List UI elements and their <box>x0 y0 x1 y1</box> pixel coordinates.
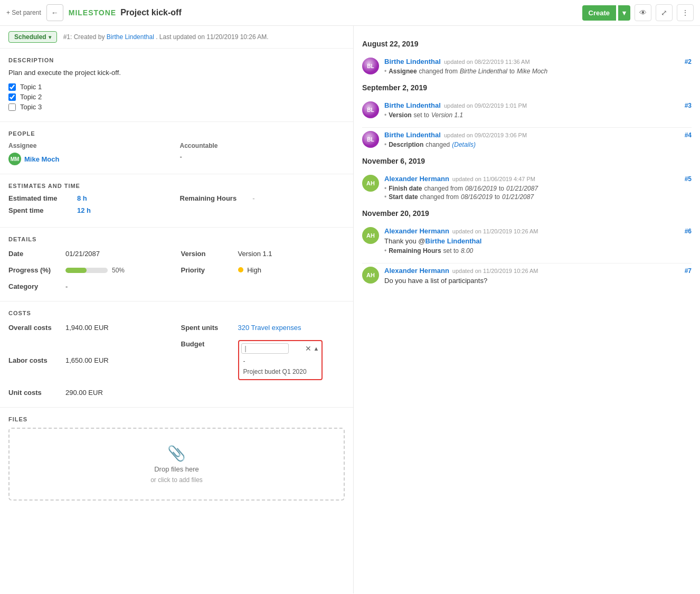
budget-dropdown: ✕ ▲ - Project budet Q1 2020 <box>238 340 323 380</box>
set-parent-button[interactable]: + Set parent <box>6 9 41 16</box>
date-row: Date 01/21/2087 <box>8 248 173 260</box>
accountable-field: Accountable - <box>180 142 345 165</box>
priority-row: Priority High <box>181 264 345 276</box>
spent-units-link[interactable]: 320 Travel expenses <box>238 324 301 332</box>
status-meta: #1: Created by Birthe Lindenthal . Last … <box>63 33 269 41</box>
activity-date-header: November 6, 2019 <box>362 157 692 168</box>
activity-change-item: Description changed (Details) <box>384 141 692 148</box>
more-options-button[interactable]: ⋮ <box>677 4 694 21</box>
create-button[interactable]: Create <box>582 5 616 21</box>
description-section: DESCRIPTION Plan and execute the project… <box>0 49 353 122</box>
activity-ref[interactable]: #2 <box>685 58 692 65</box>
category-row: Category - <box>8 280 173 293</box>
page-name: Project kick-off <box>120 8 182 17</box>
activity-ref[interactable]: #6 <box>685 228 692 235</box>
activity-entry: BLBirthe Lindenthalupdated on 09/02/2019… <box>362 131 692 149</box>
activity-name-link[interactable]: Birthe Lindenthal <box>384 101 441 109</box>
activity-body: Alexander Hermannupdated on 11/20/2019 1… <box>384 267 692 285</box>
activity-name-link[interactable]: Alexander Hermann <box>384 227 449 235</box>
back-button[interactable]: ← <box>46 4 63 21</box>
files-title: FILES <box>8 416 345 422</box>
description-text: Plan and execute the project kick-off. <box>8 69 345 77</box>
activity-date-header: August 22, 2019 <box>362 40 692 51</box>
checklist-checkbox-3[interactable] <box>8 103 16 111</box>
people-title: PEOPLE <box>8 130 345 137</box>
activity-body: Birthe Lindenthalupdated on 08/22/2019 1… <box>384 58 692 76</box>
activity-changes: Finish date changed from 08/16/2019 to 0… <box>384 185 692 201</box>
activity-time: updated on 11/20/2019 10:26 AM <box>452 228 538 234</box>
assignee-avatar: MM <box>8 153 21 165</box>
activity-ref[interactable]: #7 <box>685 267 692 275</box>
activity-ref[interactable]: #3 <box>685 102 692 109</box>
budget-clear-button[interactable]: ✕ <box>305 344 311 353</box>
activity-name-link[interactable]: Birthe Lindenthal <box>384 58 441 65</box>
left-panel: Scheduled ▾ #1: Created by Birthe Linden… <box>0 26 354 593</box>
status-badge[interactable]: Scheduled ▾ <box>8 31 57 43</box>
budget-chevron-button[interactable]: ▲ <box>314 344 319 353</box>
right-panel: August 22, 2019BLBirthe Lindenthalupdate… <box>354 26 700 593</box>
activity-changes: Version set to Version 1.1 <box>384 111 692 119</box>
activity-comment: Thank you @Birthe Lindenthal <box>384 237 692 245</box>
budget-actions: ✕ ▲ <box>305 344 319 353</box>
activity-divider <box>362 127 692 128</box>
costs-section: COSTS Overall costs 1,940.00 EUR Spent u… <box>0 301 353 408</box>
activity-name-link[interactable]: Birthe Lindenthal <box>384 131 441 139</box>
budget-option-none[interactable]: - <box>241 356 319 366</box>
activity-name-link[interactable]: Alexander Hermann <box>384 267 449 275</box>
checklist-item-1: Topic 1 <box>8 83 345 91</box>
activity-change-item: Finish date changed from 08/16/2019 to 0… <box>384 185 692 192</box>
file-drop-zone[interactable]: 📎 Drop files here or click to add files <box>8 428 345 501</box>
description-title: DESCRIPTION <box>8 57 345 63</box>
budget-option-q1[interactable]: Project budet Q1 2020 <box>241 366 319 377</box>
costs-grid: Overall costs 1,940.00 EUR Spent units 3… <box>8 322 345 399</box>
activity-entry: BLBirthe Lindenthalupdated on 08/22/2019… <box>362 58 692 76</box>
unit-costs-row: Unit costs 290.00 EUR <box>8 386 173 399</box>
page-title-container: MILESTONE Project kick-off <box>69 8 577 17</box>
activity-name-link[interactable]: Alexander Hermann <box>384 175 449 183</box>
assignee-field: Assignee MM Mike Moch <box>8 142 174 165</box>
status-bar: Scheduled ▾ #1: Created by Birthe Linden… <box>0 26 353 49</box>
spent-units-row: Spent units 320 Travel expenses <box>181 322 345 334</box>
main-container: Scheduled ▾ #1: Created by Birthe Linden… <box>0 26 700 593</box>
progress-fill <box>65 268 87 273</box>
details-section: DETAILS Date 01/21/2087 Version Version … <box>0 228 353 301</box>
priority-value: High <box>238 266 261 274</box>
priority-dot <box>238 267 243 272</box>
activity-change-item: Remaining Hours set to 8.00 <box>384 247 692 254</box>
avatar: BL <box>362 58 379 74</box>
checklist: Topic 1 Topic 2 Topic 3 <box>8 83 345 111</box>
fullscreen-button[interactable]: ⤢ <box>656 4 673 21</box>
activity-date-header: September 2, 2019 <box>362 83 692 95</box>
details-title: DETAILS <box>8 236 345 242</box>
activity-ref[interactable]: #4 <box>685 131 692 139</box>
progress-bar <box>65 268 108 273</box>
labor-costs-row: Labor costs 1,650.00 EUR <box>8 338 173 382</box>
activity-entry: AHAlexander Hermannupdated on 11/20/2019… <box>362 267 692 285</box>
activity-body: Birthe Lindenthalupdated on 09/02/2019 1… <box>384 101 692 120</box>
activity-body: Alexander Hermannupdated on 11/20/2019 1… <box>384 227 692 256</box>
top-bar: + Set parent ← MILESTONE Project kick-of… <box>0 0 700 26</box>
version-row: Version Version 1.1 <box>181 248 345 260</box>
activity-change-item: Version set to Version 1.1 <box>384 111 692 119</box>
create-dropdown-button[interactable]: ▾ <box>618 5 630 21</box>
checklist-checkbox-1[interactable] <box>8 83 16 91</box>
watch-button[interactable]: 👁 <box>635 4 651 21</box>
accountable-value: - <box>180 153 345 161</box>
progress-bar-wrap: 50% <box>65 267 125 274</box>
activity-entry: AHAlexander Hermannupdated on 11/06/2019… <box>362 175 692 202</box>
activity-changes: Description changed (Details) <box>384 141 692 148</box>
change-link[interactable]: (Details) <box>452 141 476 148</box>
checklist-checkbox-2[interactable] <box>8 93 16 101</box>
people-section: PEOPLE Assignee MM Mike Moch Accountable… <box>0 122 353 174</box>
activity-ref[interactable]: #5 <box>685 175 692 183</box>
activity-body: Birthe Lindenthalupdated on 09/02/2019 3… <box>384 131 692 149</box>
activity-time: updated on 09/02/2019 1:01 PM <box>444 102 527 109</box>
activity-divider <box>362 263 692 263</box>
budget-header: ✕ ▲ <box>241 343 319 354</box>
progress-pct: 50% <box>112 267 125 274</box>
budget-input[interactable] <box>241 343 289 354</box>
author-link[interactable]: Birthe Lindenthal <box>107 33 154 41</box>
avatar: AH <box>362 175 379 192</box>
create-button-group: Create ▾ <box>582 5 630 21</box>
activity-time: updated on 11/06/2019 4:47 PM <box>452 176 535 182</box>
